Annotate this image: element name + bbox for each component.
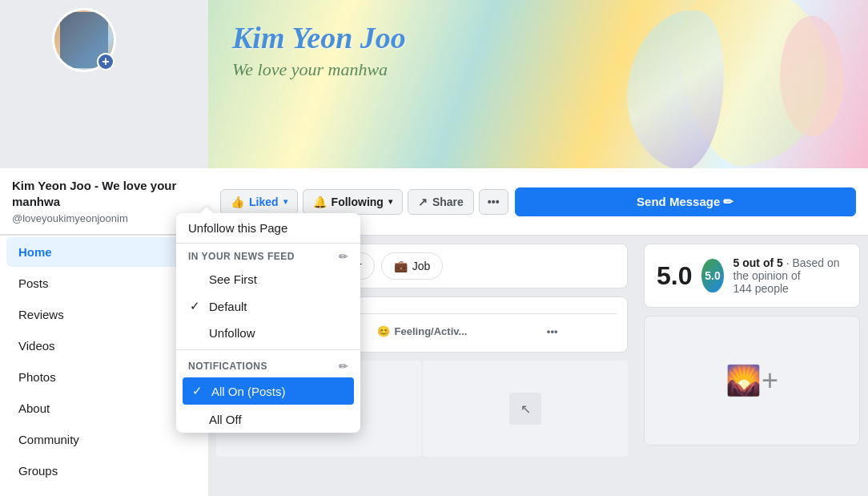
rating-badge-score: 5.0 bbox=[705, 269, 720, 282]
rating-score: 5.0 bbox=[657, 261, 692, 291]
default-check: ✓ bbox=[188, 299, 201, 313]
share-button[interactable]: ↗ Share bbox=[408, 189, 474, 215]
unfollow-item[interactable]: Unfollow bbox=[176, 320, 360, 346]
share-label: Share bbox=[432, 196, 464, 208]
feeling-button[interactable]: 😊 Feeling/Activ... bbox=[357, 321, 488, 342]
image-placeholder: 🌄+ bbox=[645, 317, 859, 445]
cover-area: + Kim Yeon Joo We love your manhwa bbox=[0, 0, 868, 168]
see-first-label: See First bbox=[209, 272, 257, 286]
sidebar-item-groups[interactable]: Groups bbox=[6, 456, 202, 486]
more-icon: ••• bbox=[488, 196, 500, 208]
sidebar-item-videos[interactable]: Videos bbox=[6, 331, 202, 361]
all-on-posts-item[interactable]: ✓ All On (Posts) bbox=[183, 377, 354, 405]
cursor-icon: ↖ bbox=[520, 401, 531, 417]
all-on-check: ✓ bbox=[191, 384, 203, 398]
avatar-wrapper: + bbox=[52, 8, 116, 72]
notifications-edit-icon[interactable]: ✏ bbox=[339, 360, 348, 373]
news-feed-edit-icon[interactable]: ✏ bbox=[339, 250, 348, 263]
default-item[interactable]: ✓ Default bbox=[176, 292, 360, 320]
job-icon: 💼 bbox=[394, 260, 408, 272]
photo-cell-right[interactable]: ↖ bbox=[423, 361, 628, 457]
cover-page-title: Kim Yeon Joo bbox=[232, 20, 406, 55]
share-icon: ↗ bbox=[418, 196, 428, 208]
content-area: Home Posts Reviews Videos Photos About bbox=[0, 236, 868, 496]
post-more-icon: ••• bbox=[547, 325, 558, 337]
section-divider bbox=[176, 349, 360, 350]
all-on-label: All On (Posts) bbox=[211, 385, 286, 398]
sidebar-item-notes[interactable]: Notes bbox=[6, 487, 202, 496]
sidebar-item-home[interactable]: Home bbox=[6, 237, 202, 267]
sidebar-item-reviews[interactable]: Reviews bbox=[6, 300, 202, 329]
unfollow-page-item[interactable]: Unfollow this Page bbox=[176, 213, 360, 244]
dropdown-menu: Unfollow this Page IN YOUR NEWS FEED ✏ S… bbox=[176, 213, 360, 433]
rating-description: 5 out of 5 · Based on the opinion of 144… bbox=[733, 256, 847, 295]
unfollow-label: Unfollow bbox=[209, 326, 255, 340]
message-label: Send Message ✏ bbox=[637, 195, 733, 209]
content-side: 5.0 5.0 5 out of 5 · Based on the opinio… bbox=[636, 236, 868, 496]
notifications-section-header: NOTIFICATIONS ✏ bbox=[176, 353, 360, 376]
post-more-button[interactable]: ••• bbox=[487, 321, 617, 342]
job-button[interactable]: 💼 Job bbox=[381, 252, 444, 280]
message-area: Send Message ✏ bbox=[515, 188, 856, 216]
sidebar-item-photos[interactable]: Photos bbox=[6, 362, 202, 392]
send-message-button[interactable]: Send Message ✏ bbox=[515, 188, 856, 216]
avatar-section: + bbox=[52, 8, 116, 80]
rating-out-of: 5 out of 5 bbox=[733, 256, 783, 269]
cover-page-subtitle: We love your manhwa bbox=[232, 59, 406, 80]
liked-chevron: ▾ bbox=[283, 197, 287, 206]
news-feed-section-header: IN YOUR NEWS FEED ✏ bbox=[176, 244, 360, 266]
more-button[interactable]: ••• bbox=[479, 189, 508, 215]
page-name: Kim Yeon Joo - We love your manhwa bbox=[12, 178, 196, 209]
sidebar-item-about[interactable]: About bbox=[6, 393, 202, 423]
rating-badge: 5.0 bbox=[701, 259, 723, 292]
rating-count: 144 people bbox=[733, 282, 789, 295]
all-off-label: All Off bbox=[209, 413, 242, 426]
feeling-icon: 😊 bbox=[377, 325, 390, 337]
page-wrapper: + Kim Yeon Joo We love your manhwa Kim Y… bbox=[0, 0, 868, 496]
image-add-icon: 🌄+ bbox=[725, 364, 778, 397]
image-card: 🌄+ bbox=[644, 316, 860, 446]
sidebar-item-community[interactable]: Community bbox=[6, 425, 202, 454]
default-label: Default bbox=[209, 300, 247, 313]
avatar-add-button[interactable]: + bbox=[97, 53, 115, 71]
feeling-label: Feeling/Activ... bbox=[395, 325, 468, 337]
see-first-item[interactable]: See First bbox=[176, 266, 360, 292]
cover-title-area: Kim Yeon Joo We love your manhwa bbox=[232, 20, 406, 80]
rating-card: 5.0 5.0 5 out of 5 · Based on the opinio… bbox=[644, 244, 860, 308]
action-bar: Kim Yeon Joo - We love your manhwa @love… bbox=[0, 168, 868, 236]
job-label: Job bbox=[412, 260, 431, 272]
rating-row: 5.0 5.0 5 out of 5 · Based on the opinio… bbox=[657, 256, 847, 295]
following-chevron: ▾ bbox=[388, 197, 392, 206]
following-dropdown: Unfollow this Page IN YOUR NEWS FEED ✏ S… bbox=[176, 207, 360, 433]
page-handle: @loveyoukimyeonjoonim bbox=[12, 212, 196, 224]
notifications-label: NOTIFICATIONS bbox=[188, 361, 267, 372]
news-feed-label: IN YOUR NEWS FEED bbox=[188, 251, 295, 262]
sidebar-item-posts[interactable]: Posts bbox=[6, 268, 202, 298]
all-off-item[interactable]: All Off bbox=[176, 406, 360, 433]
